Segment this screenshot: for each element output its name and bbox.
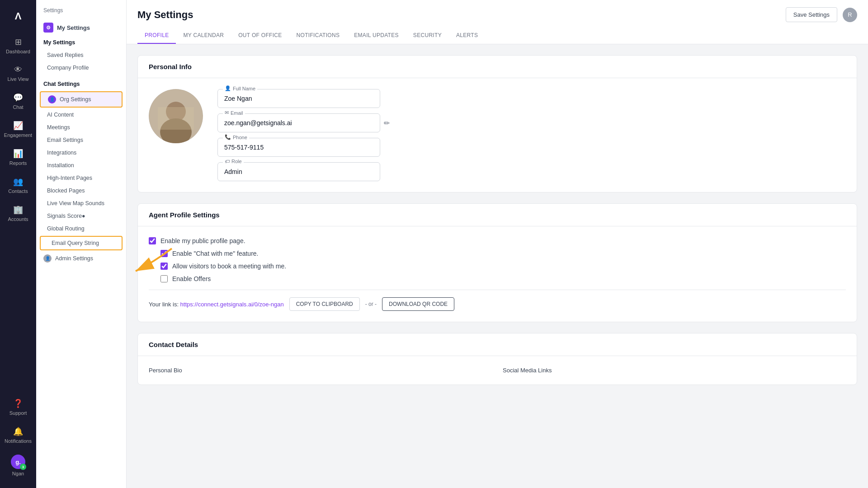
tabs: PROFILE MY CALENDAR OUT OF OFFICE NOTIFI… bbox=[137, 28, 857, 44]
contacts-icon: 👥 bbox=[13, 177, 23, 187]
settings-menu-company-profile[interactable]: Company Profile bbox=[36, 61, 126, 74]
sidebar-item-label: Reports bbox=[9, 160, 27, 166]
personal-info-card: Personal Info bbox=[137, 55, 857, 192]
sidebar-item-label: Support bbox=[9, 410, 27, 416]
checkbox-book-meeting-input[interactable] bbox=[160, 263, 168, 270]
sidebar-item-reports[interactable]: 📊 Reports bbox=[0, 144, 36, 170]
email-edit-button[interactable]: ✏ bbox=[384, 119, 390, 127]
admin-settings-icon: 👤 bbox=[43, 254, 52, 263]
sidebar-item-label: Contacts bbox=[8, 188, 28, 194]
tab-notifications[interactable]: NOTIFICATIONS bbox=[289, 28, 347, 44]
checkbox-book-meeting: Allow visitors to book a meeting with me… bbox=[160, 263, 846, 270]
full-name-input[interactable] bbox=[217, 89, 380, 108]
email-field-group: ✉ Email ✏ bbox=[217, 113, 846, 132]
settings-menu-email-query-string[interactable]: Email Query String bbox=[40, 236, 123, 250]
settings-menu-org-settings[interactable]: 👤 Org Settings bbox=[40, 91, 123, 108]
sidebar-item-live-view[interactable]: 👁 Live View bbox=[0, 61, 36, 86]
main-content: My Settings Save Settings R PROFILE MY C… bbox=[127, 0, 868, 488]
sidebar-item-contacts[interactable]: 👥 Contacts bbox=[0, 172, 36, 198]
contact-details-body: Personal Bio Social Media Links bbox=[138, 356, 857, 385]
personal-bio-label: Personal Bio bbox=[149, 367, 492, 374]
full-name-label: 👤 Full Name bbox=[223, 85, 257, 91]
checkbox-public-profile: Enable my public profile page. bbox=[149, 237, 846, 244]
live-view-icon: 👁 bbox=[14, 65, 22, 75]
phone-label: 📞 Phone bbox=[223, 134, 249, 140]
email-input[interactable] bbox=[217, 113, 380, 132]
save-settings-button[interactable]: Save Settings bbox=[786, 7, 837, 22]
checkbox-public-profile-label: Enable my public profile page. bbox=[160, 237, 245, 244]
role-input[interactable] bbox=[217, 162, 380, 181]
email-label: ✉ Email bbox=[223, 110, 245, 116]
settings-sidebar: Settings ⚙ My Settings My Settings Saved… bbox=[36, 0, 127, 488]
avatar-container bbox=[149, 89, 203, 143]
personal-info-body: 👤 Full Name ✉ Email bbox=[138, 78, 857, 192]
sidebar-item-label: Chat bbox=[13, 104, 23, 110]
sidebar-item-dashboard[interactable]: ⊞ Dashboard bbox=[0, 33, 36, 59]
profile-fields: 👤 Full Name ✉ Email bbox=[217, 89, 846, 181]
checkbox-enable-offers: Enable Offers bbox=[160, 275, 846, 282]
header-right: Save Settings R bbox=[786, 7, 857, 22]
accounts-icon: 🏢 bbox=[13, 205, 23, 215]
agent-profile-body: Enable my public profile page. Enable "C… bbox=[138, 226, 857, 322]
download-qr-code-button[interactable]: DOWNLOAD QR CODE bbox=[382, 297, 454, 311]
checkbox-chat-with-me-input[interactable] bbox=[160, 250, 168, 257]
settings-menu-ai-content[interactable]: AI Content bbox=[36, 108, 126, 121]
admin-settings-label: Admin Settings bbox=[55, 255, 93, 262]
contact-details-card: Contact Details Personal Bio Social Medi… bbox=[137, 333, 857, 385]
dashboard-icon: ⊞ bbox=[15, 37, 22, 47]
copy-to-clipboard-button[interactable]: COPY TO CLIPBOARD bbox=[289, 297, 360, 311]
tab-alerts[interactable]: ALERTS bbox=[449, 28, 485, 44]
org-settings-icon: 👤 bbox=[48, 95, 56, 103]
personal-info-layout: 👤 Full Name ✉ Email bbox=[149, 89, 846, 181]
role-field-group: 🏷 Role bbox=[217, 162, 846, 181]
sidebar-item-label: Engagement bbox=[4, 132, 32, 138]
tab-profile[interactable]: PROFILE bbox=[137, 28, 176, 44]
app-logo[interactable]: Λ bbox=[9, 7, 27, 25]
avatar-image bbox=[149, 89, 203, 143]
checkbox-public-profile-input[interactable] bbox=[149, 237, 156, 244]
tab-my-calendar[interactable]: MY CALENDAR bbox=[176, 28, 231, 44]
settings-menu-high-intent-pages[interactable]: High-Intent Pages bbox=[36, 172, 126, 184]
header-avatar: R bbox=[843, 8, 857, 22]
tab-email-updates[interactable]: EMAIL UPDATES bbox=[347, 28, 406, 44]
header-top: My Settings Save Settings R bbox=[137, 7, 857, 28]
user-profile-nav[interactable]: g. 3 Ngan bbox=[0, 450, 36, 481]
sidebar-item-label: Live View bbox=[8, 76, 29, 82]
sidebar-item-accounts[interactable]: 🏢 Accounts bbox=[0, 200, 36, 226]
phone-input[interactable] bbox=[217, 138, 380, 157]
tab-security[interactable]: SECURITY bbox=[406, 28, 449, 44]
my-settings-icon: ⚙ bbox=[43, 23, 53, 33]
role-label: 🏷 Role bbox=[223, 159, 244, 164]
agent-profile-header: Agent Profile Settings bbox=[138, 204, 857, 226]
sidebar-item-notifications[interactable]: 🔔 Notifications bbox=[0, 422, 36, 448]
checkbox-book-meeting-label: Allow visitors to book a meeting with me… bbox=[172, 263, 286, 270]
settings-menu-admin-settings[interactable]: 👤 Admin Settings bbox=[36, 251, 126, 266]
settings-menu-chat-settings[interactable]: Chat Settings bbox=[36, 78, 126, 90]
checkbox-enable-offers-label: Enable Offers bbox=[172, 275, 211, 282]
my-settings-header[interactable]: ⚙ My Settings bbox=[36, 19, 126, 36]
my-settings-label: My Settings bbox=[57, 24, 90, 31]
settings-menu-integrations[interactable]: Integrations bbox=[36, 146, 126, 159]
settings-menu-live-view-map-sounds[interactable]: Live View Map Sounds bbox=[36, 197, 126, 210]
checkbox-enable-offers-input[interactable] bbox=[160, 275, 168, 282]
settings-menu-installation[interactable]: Installation bbox=[36, 159, 126, 172]
link-section: Your link is: https://connect.getsignals… bbox=[149, 297, 846, 311]
sidebar-item-support[interactable]: ❓ Support bbox=[0, 394, 36, 420]
support-icon: ❓ bbox=[13, 399, 23, 408]
settings-menu-meetings[interactable]: Meetings bbox=[36, 121, 126, 134]
email-with-edit: ✏ bbox=[217, 113, 846, 132]
settings-menu-blocked-pages[interactable]: Blocked Pages bbox=[36, 184, 126, 197]
tab-out-of-office[interactable]: OUT OF OFFICE bbox=[231, 28, 289, 44]
settings-menu-email-settings[interactable]: Email Settings bbox=[36, 134, 126, 146]
contact-details-grid: Personal Bio Social Media Links bbox=[149, 367, 846, 374]
settings-menu-signals-score[interactable]: Signals Score● bbox=[36, 210, 126, 222]
avatar: g. 3 bbox=[11, 455, 25, 469]
section-divider bbox=[149, 290, 846, 290]
profile-avatar[interactable] bbox=[149, 89, 203, 143]
sidebar-item-engagement[interactable]: 📈 Engagement bbox=[0, 116, 36, 142]
settings-menu-saved-replies[interactable]: Saved Replies bbox=[36, 49, 126, 61]
sidebar-item-chat[interactable]: 💬 Chat bbox=[0, 88, 36, 114]
settings-menu-global-routing[interactable]: Global Routing bbox=[36, 222, 126, 235]
chat-icon: 💬 bbox=[13, 93, 23, 103]
settings-menu-my-settings[interactable]: My Settings bbox=[36, 36, 126, 49]
